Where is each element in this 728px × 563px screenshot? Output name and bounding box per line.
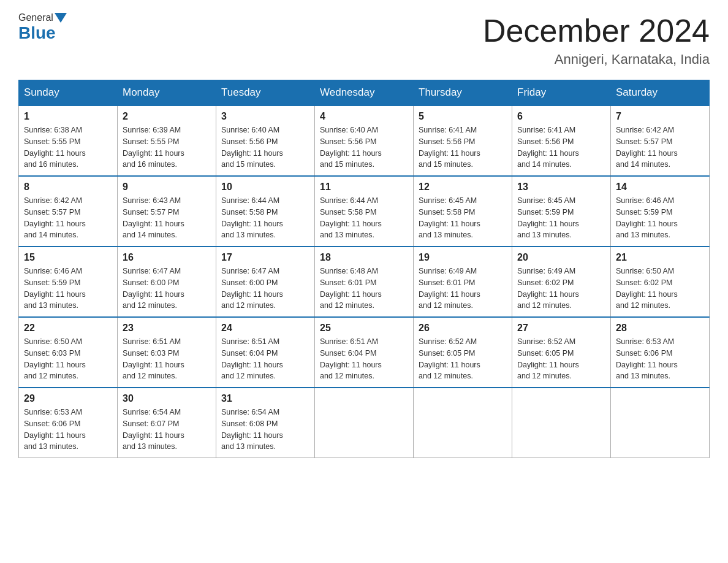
month-title: December 2024 [483,12,710,49]
calendar-header: SundayMondayTuesdayWednesdayThursdayFrid… [19,80,710,106]
day-number: 7 [616,111,704,122]
calendar-day-cell: 30Sunrise: 6:54 AMSunset: 6:07 PMDayligh… [118,388,216,458]
location-text: Annigeri, Karnataka, India [483,52,710,67]
day-number: 9 [123,182,211,193]
day-info: Sunrise: 6:40 AMSunset: 5:56 PMDaylight:… [221,124,309,170]
calendar-day-cell: 18Sunrise: 6:48 AMSunset: 6:01 PMDayligh… [315,247,414,317]
calendar-day-cell [315,388,414,458]
day-number: 24 [221,323,309,334]
day-of-week-header: Saturday [611,80,710,106]
day-number: 28 [616,323,704,334]
calendar-day-cell: 9Sunrise: 6:43 AMSunset: 5:57 PMDaylight… [118,176,216,247]
day-number: 2 [123,111,211,122]
day-number: 21 [616,252,704,263]
day-number: 19 [419,252,507,263]
day-number: 14 [616,182,704,193]
day-number: 29 [24,393,112,404]
calendar-day-cell: 10Sunrise: 6:44 AMSunset: 5:58 PMDayligh… [216,176,315,247]
day-info: Sunrise: 6:43 AMSunset: 5:57 PMDaylight:… [123,195,211,241]
calendar-week-row: 15Sunrise: 6:46 AMSunset: 5:59 PMDayligh… [19,247,710,317]
day-number: 25 [320,323,408,334]
day-number: 15 [24,252,112,263]
calendar-day-cell: 16Sunrise: 6:47 AMSunset: 6:00 PMDayligh… [118,247,216,317]
day-info: Sunrise: 6:45 AMSunset: 5:58 PMDaylight:… [419,195,507,241]
day-info: Sunrise: 6:42 AMSunset: 5:57 PMDaylight:… [616,124,704,170]
day-info: Sunrise: 6:51 AMSunset: 6:03 PMDaylight:… [123,336,211,382]
calendar-week-row: 29Sunrise: 6:53 AMSunset: 6:06 PMDayligh… [19,388,710,458]
day-info: Sunrise: 6:51 AMSunset: 6:04 PMDaylight:… [221,336,309,382]
calendar-day-cell: 29Sunrise: 6:53 AMSunset: 6:06 PMDayligh… [19,388,118,458]
days-of-week-row: SundayMondayTuesdayWednesdayThursdayFrid… [19,80,710,106]
day-info: Sunrise: 6:44 AMSunset: 5:58 PMDaylight:… [221,195,309,241]
day-of-week-header: Thursday [414,80,512,106]
calendar-day-cell: 2Sunrise: 6:39 AMSunset: 5:55 PMDaylight… [118,105,216,176]
day-of-week-header: Sunday [19,80,118,106]
day-info: Sunrise: 6:53 AMSunset: 6:06 PMDaylight:… [616,336,704,382]
calendar-day-cell [611,388,710,458]
calendar-week-row: 8Sunrise: 6:42 AMSunset: 5:57 PMDaylight… [19,176,710,247]
page-header: General Blue December 2024 Annigeri, Kar… [18,12,710,67]
calendar-day-cell: 4Sunrise: 6:40 AMSunset: 5:56 PMDaylight… [315,105,414,176]
day-number: 22 [24,323,112,334]
day-number: 30 [123,393,211,404]
day-number: 16 [123,252,211,263]
day-info: Sunrise: 6:39 AMSunset: 5:55 PMDaylight:… [123,124,211,170]
calendar-day-cell: 1Sunrise: 6:38 AMSunset: 5:55 PMDaylight… [19,105,118,176]
day-info: Sunrise: 6:41 AMSunset: 5:56 PMDaylight:… [517,124,605,170]
calendar-day-cell: 19Sunrise: 6:49 AMSunset: 6:01 PMDayligh… [414,247,512,317]
calendar-day-cell: 23Sunrise: 6:51 AMSunset: 6:03 PMDayligh… [118,317,216,388]
logo-triangle-icon [55,13,67,23]
day-number: 31 [221,393,309,404]
day-info: Sunrise: 6:52 AMSunset: 6:05 PMDaylight:… [517,336,605,382]
day-info: Sunrise: 6:51 AMSunset: 6:04 PMDaylight:… [320,336,408,382]
calendar-day-cell: 3Sunrise: 6:40 AMSunset: 5:56 PMDaylight… [216,105,315,176]
calendar-day-cell: 31Sunrise: 6:54 AMSunset: 6:08 PMDayligh… [216,388,315,458]
day-number: 27 [517,323,605,334]
day-info: Sunrise: 6:47 AMSunset: 6:00 PMDaylight:… [123,266,211,312]
day-info: Sunrise: 6:52 AMSunset: 6:05 PMDaylight:… [419,336,507,382]
day-of-week-header: Friday [512,80,611,106]
day-info: Sunrise: 6:41 AMSunset: 5:56 PMDaylight:… [419,124,507,170]
day-number: 17 [221,252,309,263]
day-info: Sunrise: 6:47 AMSunset: 6:00 PMDaylight:… [221,266,309,312]
calendar-day-cell [512,388,611,458]
calendar-day-cell: 17Sunrise: 6:47 AMSunset: 6:00 PMDayligh… [216,247,315,317]
calendar-week-row: 22Sunrise: 6:50 AMSunset: 6:03 PMDayligh… [19,317,710,388]
logo-blue-text: Blue [18,23,56,43]
calendar-body: 1Sunrise: 6:38 AMSunset: 5:55 PMDaylight… [19,105,710,458]
calendar-day-cell: 27Sunrise: 6:52 AMSunset: 6:05 PMDayligh… [512,317,611,388]
calendar-day-cell: 14Sunrise: 6:46 AMSunset: 5:59 PMDayligh… [611,176,710,247]
calendar-day-cell: 7Sunrise: 6:42 AMSunset: 5:57 PMDaylight… [611,105,710,176]
day-info: Sunrise: 6:48 AMSunset: 6:01 PMDaylight:… [320,266,408,312]
day-info: Sunrise: 6:49 AMSunset: 6:01 PMDaylight:… [419,266,507,312]
title-section: December 2024 Annigeri, Karnataka, India [483,12,710,67]
day-of-week-header: Wednesday [315,80,414,106]
day-info: Sunrise: 6:54 AMSunset: 6:08 PMDaylight:… [221,407,309,453]
day-number: 5 [419,111,507,122]
day-info: Sunrise: 6:38 AMSunset: 5:55 PMDaylight:… [24,124,112,170]
logo: General Blue [18,12,68,43]
calendar-day-cell [414,388,512,458]
calendar-day-cell: 26Sunrise: 6:52 AMSunset: 6:05 PMDayligh… [414,317,512,388]
day-info: Sunrise: 6:42 AMSunset: 5:57 PMDaylight:… [24,195,112,241]
day-number: 18 [320,252,408,263]
day-number: 20 [517,252,605,263]
day-info: Sunrise: 6:53 AMSunset: 6:06 PMDaylight:… [24,407,112,453]
logo-general-text: General [18,12,53,23]
day-number: 8 [24,182,112,193]
calendar-day-cell: 8Sunrise: 6:42 AMSunset: 5:57 PMDaylight… [19,176,118,247]
calendar-day-cell: 12Sunrise: 6:45 AMSunset: 5:58 PMDayligh… [414,176,512,247]
day-info: Sunrise: 6:45 AMSunset: 5:59 PMDaylight:… [517,195,605,241]
day-info: Sunrise: 6:44 AMSunset: 5:58 PMDaylight:… [320,195,408,241]
day-info: Sunrise: 6:50 AMSunset: 6:03 PMDaylight:… [24,336,112,382]
day-info: Sunrise: 6:46 AMSunset: 5:59 PMDaylight:… [24,266,112,312]
day-number: 3 [221,111,309,122]
day-number: 23 [123,323,211,334]
calendar-day-cell: 6Sunrise: 6:41 AMSunset: 5:56 PMDaylight… [512,105,611,176]
calendar-day-cell: 13Sunrise: 6:45 AMSunset: 5:59 PMDayligh… [512,176,611,247]
day-number: 6 [517,111,605,122]
day-number: 1 [24,111,112,122]
day-info: Sunrise: 6:40 AMSunset: 5:56 PMDaylight:… [320,124,408,170]
day-number: 4 [320,111,408,122]
calendar-day-cell: 24Sunrise: 6:51 AMSunset: 6:04 PMDayligh… [216,317,315,388]
